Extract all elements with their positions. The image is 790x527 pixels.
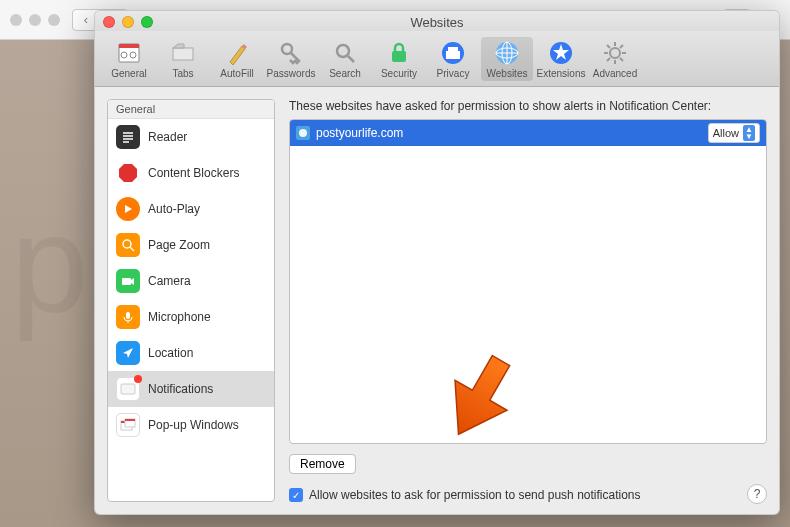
sidebar-item-popup-windows[interactable]: Pop-up Windows: [108, 407, 274, 443]
close-button[interactable]: [103, 16, 115, 28]
tab-general[interactable]: General: [103, 37, 155, 81]
help-button[interactable]: ?: [747, 484, 767, 504]
svg-line-33: [130, 247, 134, 251]
passwords-icon: [277, 39, 305, 67]
privacy-icon: [439, 39, 467, 67]
sidebar-item-content-blockers[interactable]: Content Blockers: [108, 155, 274, 191]
tab-privacy[interactable]: Privacy: [427, 37, 479, 81]
sidebar-item-auto-play[interactable]: Auto-Play: [108, 191, 274, 227]
svg-line-24: [607, 58, 610, 61]
svg-line-23: [620, 58, 623, 61]
svg-rect-36: [126, 312, 130, 319]
sidebar-header: General: [108, 100, 274, 119]
advanced-icon: [601, 39, 629, 67]
sidebar-item-label: Location: [148, 346, 193, 360]
extensions-icon: [547, 39, 575, 67]
permission-select[interactable]: Allow ▲▼: [708, 123, 760, 143]
content-blockers-icon: [116, 161, 140, 185]
sidebar-item-location[interactable]: Location: [108, 335, 274, 371]
svg-marker-31: [125, 205, 132, 213]
preferences-toolbar: General Tabs AutoFill Passwords Search S…: [95, 31, 779, 87]
tab-websites[interactable]: Websites: [481, 37, 533, 81]
website-domain: postyourlife.com: [316, 126, 403, 140]
site-favicon-icon: [296, 126, 310, 140]
sidebar-item-reader[interactable]: Reader: [108, 119, 274, 155]
sidebar-item-notifications[interactable]: Notifications: [108, 371, 274, 407]
auto-play-icon: [116, 197, 140, 221]
sidebar: General Reader Content Blockers Auto-Pla…: [107, 99, 275, 502]
tab-security[interactable]: Security: [373, 37, 425, 81]
website-list[interactable]: postyourlife.com Allow ▲▼: [289, 119, 767, 444]
popup-windows-icon: [116, 413, 140, 437]
sidebar-item-camera[interactable]: Camera: [108, 263, 274, 299]
tab-extensions[interactable]: Extensions: [535, 37, 587, 81]
svg-line-22: [607, 45, 610, 48]
tab-search[interactable]: Search: [319, 37, 371, 81]
select-arrows-icon: ▲▼: [743, 125, 755, 141]
zoom-button[interactable]: [141, 16, 153, 28]
tabs-icon: [169, 39, 197, 67]
svg-rect-43: [125, 419, 135, 421]
microphone-icon: [116, 305, 140, 329]
main-heading: These websites have asked for permission…: [289, 99, 767, 113]
allow-ask-checkbox[interactable]: ✓: [289, 488, 303, 502]
search-icon: [331, 39, 359, 67]
bg-dot: [48, 14, 60, 26]
svg-rect-9: [392, 51, 406, 62]
svg-rect-39: [121, 384, 135, 394]
general-icon: [115, 39, 143, 67]
sidebar-item-label: Pop-up Windows: [148, 418, 239, 432]
svg-rect-6: [173, 48, 193, 60]
website-row[interactable]: postyourlife.com Allow ▲▼: [290, 120, 766, 146]
sidebar-item-label: Microphone: [148, 310, 211, 324]
svg-rect-3: [119, 44, 139, 48]
sidebar-item-label: Notifications: [148, 382, 213, 396]
svg-marker-35: [131, 278, 134, 285]
svg-marker-38: [123, 348, 133, 358]
sidebar-item-label: Auto-Play: [148, 202, 200, 216]
preferences-window: Websites General Tabs AutoFill Passwords…: [94, 10, 780, 515]
tab-passwords[interactable]: Passwords: [265, 37, 317, 81]
tab-tabs[interactable]: Tabs: [157, 37, 209, 81]
camera-icon: [116, 269, 140, 293]
tab-autofill[interactable]: AutoFill: [211, 37, 263, 81]
remove-button[interactable]: Remove: [289, 454, 356, 474]
location-icon: [116, 341, 140, 365]
reader-icon: [116, 125, 140, 149]
sidebar-item-microphone[interactable]: Microphone: [108, 299, 274, 335]
sidebar-item-label: Reader: [148, 130, 187, 144]
main-panel: These websites have asked for permission…: [289, 99, 767, 502]
sidebar-item-label: Camera: [148, 274, 191, 288]
autofill-icon: [223, 39, 251, 67]
svg-rect-34: [122, 278, 131, 285]
websites-icon: [493, 39, 521, 67]
sidebar-item-page-zoom[interactable]: Page Zoom: [108, 227, 274, 263]
bg-dot: [29, 14, 41, 26]
svg-line-25: [620, 45, 623, 48]
svg-point-8: [337, 45, 349, 57]
svg-point-32: [123, 240, 131, 248]
checkbox-label: Allow websites to ask for permission to …: [309, 488, 641, 502]
svg-marker-30: [119, 164, 137, 182]
bg-dot: [10, 14, 22, 26]
minimize-button[interactable]: [122, 16, 134, 28]
tab-advanced[interactable]: Advanced: [589, 37, 641, 81]
notification-badge-icon: [134, 375, 142, 383]
security-icon: [385, 39, 413, 67]
sidebar-item-label: Content Blockers: [148, 166, 239, 180]
sidebar-item-label: Page Zoom: [148, 238, 210, 252]
page-zoom-icon: [116, 233, 140, 257]
window-title: Websites: [95, 15, 779, 30]
svg-point-17: [610, 48, 620, 58]
titlebar: Websites: [95, 11, 779, 31]
svg-point-44: [299, 129, 307, 137]
